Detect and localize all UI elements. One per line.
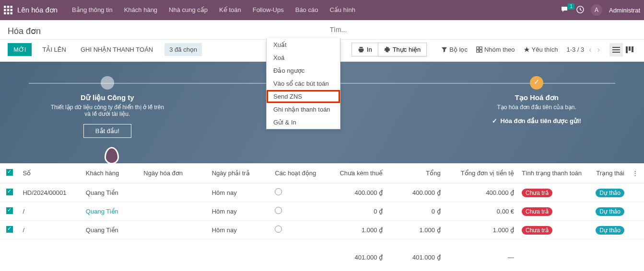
menu-config[interactable]: Cấu hình [324,0,361,20]
main-menu: Bảng thông tin Khách hàng Nhà cung cấp K… [66,0,561,20]
tear-icon [105,147,119,164]
row-checkbox[interactable] [6,207,13,214]
col-untaxed[interactable]: Chưa kèm thuế [324,163,386,183]
menu-reports[interactable]: Báo cáo [290,0,324,20]
cell-number: / [19,202,82,221]
clock-icon [275,227,282,234]
col-options[interactable]: ⋮ [628,163,644,183]
step-dot-done-icon [530,76,543,90]
svg-rect-13 [480,50,482,52]
kanban-view-button[interactable] [623,43,636,56]
cell-payment-status: Chưa trả [518,202,586,221]
svg-rect-14 [612,47,620,48]
print-button[interactable]: In [351,43,378,56]
menu-followups[interactable]: Follow-Ups [247,0,290,20]
onboarding-step-invoice: Tạo Hoá đơn Tạo hóa đơn đầu tiên của bạn… [429,76,644,163]
step-start-button[interactable]: Bắt đầu! [83,124,131,138]
user-name[interactable]: Administrat [609,7,640,14]
filters-button[interactable]: Bộ lọc [441,46,468,53]
cell-number: / [19,221,82,239]
svg-rect-10 [477,47,479,49]
pager-prev[interactable]: ‹ [588,45,592,54]
clock-icon [275,190,282,197]
col-payment-status[interactable]: Tình trạng thanh toán [518,163,586,183]
activity-icon[interactable] [576,6,584,15]
cell-activity[interactable] [271,221,324,239]
svg-rect-12 [477,50,479,52]
cell-activity[interactable] [271,183,324,202]
list-icon [612,47,620,53]
register-payment-button[interactable]: GHI NHẬN THANH TOÁN [77,43,157,56]
clock-icon [275,208,282,215]
funnel-icon [441,46,447,53]
menu-vendors[interactable]: Nhà cung cấp [163,0,213,20]
msg-badge: 1 [568,3,574,10]
apps-icon[interactable] [4,6,12,14]
cell-untaxed: 1.000 ₫ [324,221,386,239]
brand[interactable]: Lên hóa đơn [17,6,58,14]
col-total[interactable]: Tổng [386,163,444,183]
avatar[interactable]: A [591,4,602,16]
svg-rect-15 [612,49,620,50]
new-button[interactable]: MỚI [8,43,32,56]
row-checkbox[interactable] [6,226,13,233]
step-desc: Thiết lập dữ liệu công ty để hiển thị ở … [50,104,165,117]
row-checkbox[interactable] [6,189,13,195]
svg-rect-16 [612,52,620,53]
pager: 1-3 / 3 ‹ › [566,45,601,54]
action-dropdown-button[interactable]: Thực hiện [378,43,427,56]
col-customer[interactable]: Khách hàng [82,163,140,183]
step-title: Tạo Hoá đơn [439,93,634,102]
table-row[interactable]: / Quang Tiền Hôm nay 0 ₫ 0 ₫ 0,00 € Chưa… [0,202,644,221]
cell-currency-total: 400.000 ₫ [445,183,518,202]
table-row[interactable]: HD/2024/00001 Quang Tiền Hôm nay 400.000… [0,183,644,202]
cell-invoice-date [140,221,208,239]
menu-customers[interactable]: Khách hàng [118,0,163,20]
action-register-payment[interactable]: Ghi nhận thanh toán [267,103,340,116]
table-row[interactable]: / Quang Tiền Hôm nay 1.000 ₫ 1.000 ₫ 1.0… [0,221,644,239]
svg-rect-7 [7,12,10,15]
top-nav: Lên hóa đơn Bảng thông tin Khách hàng Nh… [0,0,644,20]
list-view-button[interactable] [609,43,623,56]
action-post[interactable]: Vào sổ các bút toán [267,77,340,90]
col-currency-total[interactable]: Tổng đơn vị tiền tệ [445,163,518,183]
svg-rect-0 [4,6,6,8]
col-activities[interactable]: Các hoạt động [271,163,324,183]
upload-button[interactable]: TẢI LÊN [38,43,70,56]
action-export[interactable]: Xuất [267,38,340,51]
action-reverse[interactable]: Đảo ngược [267,64,340,77]
svg-rect-1 [7,6,10,8]
step-dot-icon [101,76,114,90]
svg-rect-11 [480,47,482,49]
cell-activity[interactable] [271,202,324,221]
svg-rect-4 [7,9,10,11]
menu-accounting[interactable]: Kế toán [213,0,247,20]
col-number[interactable]: Số [19,163,82,183]
cell-due-date: Hôm nay [208,202,271,221]
col-state[interactable]: Trạng thái [586,163,628,183]
svg-rect-6 [4,12,6,15]
svg-rect-8 [11,12,13,15]
svg-rect-18 [629,46,631,51]
cell-invoice-date [140,202,208,221]
invoice-table: Số Khách hàng Ngày hóa đơn Ngày phải trả… [0,163,644,266]
action-send-print[interactable]: Gửi & In [267,116,340,129]
action-send-zns[interactable]: Send ZNS [267,90,340,103]
menu-dashboard[interactable]: Bảng thông tin [66,0,118,20]
col-invoice-date[interactable]: Ngày hóa đơn [140,163,208,183]
col-due-date[interactable]: Ngày phải trả [208,163,271,183]
selection-count[interactable]: 3 đã chọn [164,43,202,56]
cell-untaxed: 0 ₫ [324,202,386,221]
groupby-button[interactable]: Nhóm theo [476,46,515,53]
messaging-icon[interactable]: 1 [561,6,570,14]
star-icon [524,46,530,53]
cell-payment-status: Chưa trả [518,183,586,202]
action-delete[interactable]: Xoá [267,51,340,64]
gear-icon [384,46,390,53]
search-input[interactable] [330,26,637,34]
select-all-checkbox[interactable] [6,169,13,176]
cell-payment-status: Chưa trả [518,221,586,239]
pager-next[interactable]: › [597,45,601,54]
favorites-button[interactable]: Yêu thích [524,46,558,53]
total-untaxed: 401.000 ₫ [324,239,386,266]
